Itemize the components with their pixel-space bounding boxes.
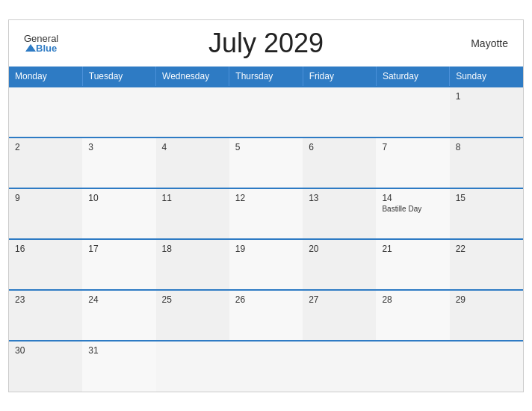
day-number: 27: [309, 294, 370, 305]
logo: General Blue: [24, 34, 58, 53]
day-number: 4: [162, 142, 223, 152]
day-number: 10: [88, 193, 149, 203]
calendar-cell: [82, 87, 155, 137]
day-number: 11: [162, 193, 223, 203]
calendar-cell: [229, 87, 303, 137]
calendar-cell: 23: [9, 290, 82, 341]
logo-triangle-icon: [25, 44, 36, 52]
calendar-week-row: 23242526272829: [9, 290, 523, 341]
calendar-week-row: 16171819202122: [9, 239, 523, 290]
calendar-cell: [376, 87, 449, 137]
header-wednesday: Wednesday: [156, 67, 229, 87]
calendar-cell: [156, 341, 229, 392]
day-number: 13: [309, 193, 370, 203]
day-number: 22: [456, 244, 517, 254]
day-number: 30: [15, 345, 76, 356]
calendar-cell: 11: [156, 188, 229, 239]
header-thursday: Thursday: [229, 67, 303, 87]
calendar-cell: 24: [82, 290, 155, 341]
calendar-cell: 8: [450, 137, 523, 188]
calendar-cell: 18: [156, 239, 229, 290]
day-number: 3: [88, 142, 149, 152]
calendar-title: July 2029: [208, 28, 324, 59]
calendar-cell: [303, 87, 376, 137]
calendar-cell: 30: [9, 341, 82, 392]
calendar-cell: 27: [303, 290, 376, 341]
day-number: 15: [456, 193, 517, 203]
calendar-cell: 1: [450, 87, 523, 137]
calendar-cell: 31: [82, 341, 155, 392]
calendar-cell: 14Bastille Day: [376, 188, 449, 239]
calendar-cell: [303, 341, 376, 392]
day-number: 12: [235, 193, 297, 203]
day-number: 18: [162, 244, 223, 254]
day-event: Bastille Day: [382, 205, 443, 213]
header-friday: Friday: [303, 67, 376, 87]
day-number: 8: [456, 142, 517, 152]
calendar-cell: 7: [376, 137, 449, 188]
calendar-body: 1234567891011121314Bastille Day151617181…: [9, 87, 523, 392]
day-number: 2: [15, 142, 76, 152]
day-number: 19: [235, 244, 297, 254]
calendar-header: General Blue July 2029 Mayotte: [9, 20, 523, 67]
day-number: 24: [88, 294, 149, 305]
day-number: 20: [309, 244, 370, 254]
day-number: 31: [88, 345, 149, 356]
day-number: 21: [382, 244, 443, 254]
day-number: 14: [382, 193, 443, 203]
day-number: 7: [382, 142, 443, 152]
calendar-cell: 21: [376, 239, 449, 290]
day-number: 29: [456, 294, 517, 305]
weekday-header-row: Monday Tuesday Wednesday Thursday Friday…: [9, 67, 523, 87]
day-number: 9: [15, 193, 76, 203]
calendar-cell: 17: [82, 239, 155, 290]
calendar-cell: 6: [303, 137, 376, 188]
calendar-week-row: 2345678: [9, 137, 523, 188]
day-number: 17: [88, 244, 149, 254]
calendar-cell: [229, 341, 303, 392]
header-saturday: Saturday: [376, 67, 449, 87]
day-number: 25: [162, 294, 223, 305]
calendar-grid: Monday Tuesday Wednesday Thursday Friday…: [9, 67, 523, 392]
calendar-cell: 26: [229, 290, 303, 341]
calendar-cell: 4: [156, 137, 229, 188]
calendar-cell: [450, 341, 523, 392]
calendar-week-row: 3031: [9, 341, 523, 392]
day-number: 23: [15, 294, 76, 305]
day-number: 6: [309, 142, 370, 152]
calendar-container: General Blue July 2029 Mayotte Monday Tu…: [8, 19, 524, 392]
header-sunday: Sunday: [450, 67, 523, 87]
calendar-cell: 29: [450, 290, 523, 341]
day-number: 1: [456, 91, 517, 102]
day-number: 5: [235, 142, 297, 152]
calendar-location: Mayotte: [471, 37, 508, 49]
day-number: 26: [235, 294, 297, 305]
calendar-cell: 2: [9, 137, 82, 188]
calendar-cell: 22: [450, 239, 523, 290]
calendar-cell: [9, 87, 82, 137]
calendar-cell: 12: [229, 188, 303, 239]
logo-blue-text: Blue: [36, 43, 57, 53]
header-monday: Monday: [9, 67, 82, 87]
calendar-cell: 20: [303, 239, 376, 290]
calendar-week-row: 1: [9, 87, 523, 137]
header-tuesday: Tuesday: [82, 67, 155, 87]
calendar-cell: 28: [376, 290, 449, 341]
calendar-cell: 19: [229, 239, 303, 290]
calendar-cell: 9: [9, 188, 82, 239]
calendar-week-row: 91011121314Bastille Day15: [9, 188, 523, 239]
day-number: 16: [15, 244, 76, 254]
calendar-cell: 16: [9, 239, 82, 290]
calendar-cell: 10: [82, 188, 155, 239]
calendar-cell: 15: [450, 188, 523, 239]
calendar-cell: 13: [303, 188, 376, 239]
calendar-cell: [156, 87, 229, 137]
calendar-cell: [376, 341, 449, 392]
calendar-cell: 3: [82, 137, 155, 188]
day-number: 28: [382, 294, 443, 305]
calendar-cell: 25: [156, 290, 229, 341]
calendar-cell: 5: [229, 137, 303, 188]
